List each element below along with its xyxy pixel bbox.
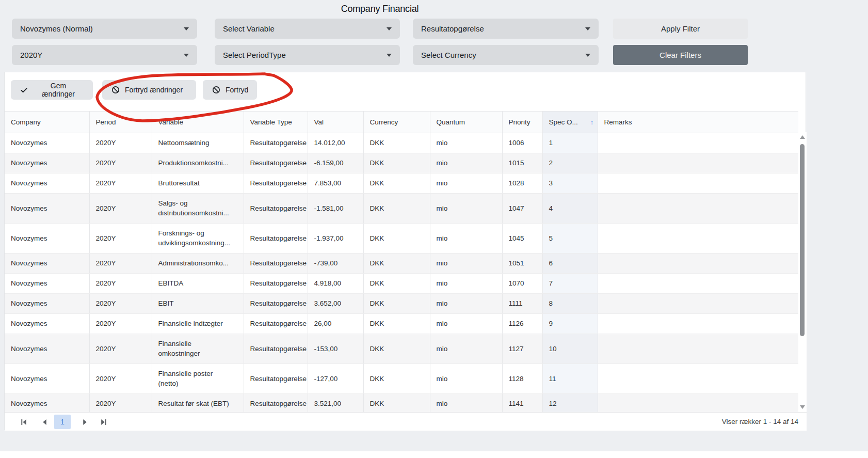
cell-company[interactable]: Novozymes	[5, 394, 89, 413]
cell-spec[interactable]: 3	[542, 173, 598, 194]
cell-quantum[interactable]: mio	[430, 133, 502, 153]
cell-val[interactable]: -1.581,00	[308, 194, 363, 224]
scroll-up-icon[interactable]	[800, 135, 805, 139]
cell-company[interactable]: Novozymes	[5, 254, 89, 274]
column-header-quantum[interactable]: Quantum	[430, 112, 502, 133]
column-header-variable[interactable]: Variable	[152, 112, 244, 133]
variable-select[interactable]: Select Variable	[215, 19, 400, 39]
cell-company[interactable]: Novozymes	[5, 133, 89, 153]
next-page-button[interactable]	[78, 415, 91, 429]
cell-remarks[interactable]	[598, 133, 798, 153]
company-select[interactable]: Novozymes (Normal)	[12, 19, 197, 39]
table-row[interactable]: Novozymes2020YEBITDAResultatopgørelse4.9…	[5, 274, 798, 294]
cell-currency[interactable]: DKK	[363, 173, 430, 194]
cell-remarks[interactable]	[598, 274, 798, 294]
cell-val[interactable]: -6.159,00	[308, 153, 363, 173]
cell-period[interactable]: 2020Y	[89, 274, 152, 294]
cell-currency[interactable]: DKK	[363, 274, 430, 294]
cell-variable[interactable]: Forsknings- og udviklingsomkostning...	[152, 224, 244, 254]
cell-val[interactable]: -739,00	[308, 254, 363, 274]
column-header-val[interactable]: Val	[308, 112, 363, 133]
cell-spec[interactable]: 1	[542, 133, 598, 153]
cell-company[interactable]: Novozymes	[5, 173, 89, 194]
cell-currency[interactable]: DKK	[363, 294, 430, 314]
cell-priority[interactable]: 1015	[502, 153, 542, 173]
cell-currency[interactable]: DKK	[363, 394, 430, 413]
column-header-remarks[interactable]: Remarks	[598, 112, 798, 133]
cell-company[interactable]: Novozymes	[5, 364, 89, 394]
cell-quantum[interactable]: mio	[430, 224, 502, 254]
vertical-scrollbar[interactable]	[798, 132, 807, 412]
cell-val[interactable]: 7.853,00	[308, 173, 363, 194]
cell-variable[interactable]: Finansielle omkostninger	[152, 334, 244, 364]
cell-variable_type[interactable]: Resultatopgørelse	[244, 294, 308, 314]
cell-spec[interactable]: 2	[542, 153, 598, 173]
cell-quantum[interactable]: mio	[430, 173, 502, 194]
cell-spec[interactable]: 11	[542, 364, 598, 394]
cell-priority[interactable]: 1111	[502, 294, 542, 314]
cell-company[interactable]: Novozymes	[5, 334, 89, 364]
cell-period[interactable]: 2020Y	[89, 254, 152, 274]
cell-quantum[interactable]: mio	[430, 294, 502, 314]
cell-currency[interactable]: DKK	[363, 254, 430, 274]
column-header-spec[interactable]: Spec O...↑	[542, 112, 598, 133]
cell-variable[interactable]: Finansielle poster (netto)	[152, 364, 244, 394]
cell-variable[interactable]: Salgs- og distributionsomkostni...	[152, 194, 244, 224]
cell-quantum[interactable]: mio	[430, 334, 502, 364]
cell-company[interactable]: Novozymes	[5, 153, 89, 173]
cell-period[interactable]: 2020Y	[89, 153, 152, 173]
apply-filter-button[interactable]: Apply Filter	[613, 19, 748, 39]
cell-spec[interactable]: 9	[542, 314, 598, 334]
cell-company[interactable]: Novozymes	[5, 294, 89, 314]
cell-quantum[interactable]: mio	[430, 314, 502, 334]
cell-spec[interactable]: 8	[542, 294, 598, 314]
cell-period[interactable]: 2020Y	[89, 364, 152, 394]
cell-variable_type[interactable]: Resultatopgørelse	[244, 364, 308, 394]
cell-remarks[interactable]	[598, 194, 798, 224]
table-row[interactable]: Novozymes2020YProduktionsomkostni...Resu…	[5, 153, 798, 173]
cell-variable_type[interactable]: Resultatopgørelse	[244, 254, 308, 274]
currency-select[interactable]: Select Currency	[413, 45, 599, 65]
cell-quantum[interactable]: mio	[430, 364, 502, 394]
cell-period[interactable]: 2020Y	[89, 173, 152, 194]
cell-period[interactable]: 2020Y	[89, 294, 152, 314]
cell-variable[interactable]: Nettoomsætning	[152, 133, 244, 153]
cell-remarks[interactable]	[598, 334, 798, 364]
column-header-currency[interactable]: Currency	[363, 112, 430, 133]
cell-currency[interactable]: DKK	[363, 224, 430, 254]
cell-variable[interactable]: Finansielle indtægter	[152, 314, 244, 334]
cell-priority[interactable]: 1045	[502, 224, 542, 254]
cell-period[interactable]: 2020Y	[89, 334, 152, 364]
cell-variable[interactable]: Produktionsomkostni...	[152, 153, 244, 173]
cell-company[interactable]: Novozymes	[5, 194, 89, 224]
cell-variable_type[interactable]: Resultatopgørelse	[244, 334, 308, 364]
cell-variable[interactable]: Bruttoresultat	[152, 173, 244, 194]
cell-currency[interactable]: DKK	[363, 314, 430, 334]
cell-priority[interactable]: 1028	[502, 173, 542, 194]
cell-variable[interactable]: EBITDA	[152, 274, 244, 294]
cell-val[interactable]: 26,00	[308, 314, 363, 334]
cell-val[interactable]: 4.918,00	[308, 274, 363, 294]
clear-filters-button[interactable]: Clear Filters	[613, 45, 748, 65]
cell-spec[interactable]: 12	[542, 394, 598, 413]
table-row[interactable]: Novozymes2020YFinansielle omkostningerRe…	[5, 334, 798, 364]
scroll-down-icon[interactable]	[800, 405, 805, 409]
period-type-select[interactable]: Select PeriodType	[215, 45, 400, 65]
cell-currency[interactable]: DKK	[363, 194, 430, 224]
table-row[interactable]: Novozymes2020YResultat før skat (EBT)Res…	[5, 394, 798, 413]
cell-company[interactable]: Novozymes	[5, 224, 89, 254]
cell-val[interactable]: 3.652,00	[308, 294, 363, 314]
cell-priority[interactable]: 1141	[502, 394, 542, 413]
cell-variable_type[interactable]: Resultatopgørelse	[244, 224, 308, 254]
cell-currency[interactable]: DKK	[363, 153, 430, 173]
previous-page-button[interactable]	[38, 415, 51, 429]
cell-period[interactable]: 2020Y	[89, 314, 152, 334]
cell-val[interactable]: -127,00	[308, 364, 363, 394]
scrollbar-thumb[interactable]	[800, 144, 805, 336]
cell-period[interactable]: 2020Y	[89, 133, 152, 153]
cell-val[interactable]: 14.012,00	[308, 133, 363, 153]
cell-variable[interactable]: Administrationsomko...	[152, 254, 244, 274]
cell-company[interactable]: Novozymes	[5, 274, 89, 294]
first-page-button[interactable]	[17, 415, 30, 429]
cell-quantum[interactable]: mio	[430, 153, 502, 173]
